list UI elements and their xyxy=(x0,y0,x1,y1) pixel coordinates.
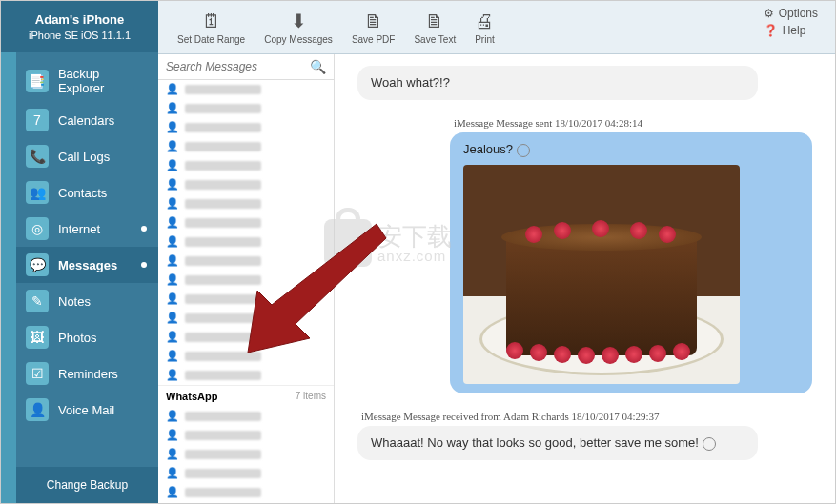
sidebar-item-voice-mail[interactable]: 👤Voice Mail xyxy=(16,392,158,428)
person-icon: 👤 xyxy=(166,140,179,153)
whatsapp-section[interactable]: WhatsApp 7 items xyxy=(158,385,334,407)
nav-icon: ✎ xyxy=(26,290,49,312)
contact-row[interactable]: 👤 xyxy=(158,502,334,503)
calendar-icon: 🗓 xyxy=(202,10,221,32)
set-date-range-button[interactable]: 🗓 Set Date Range xyxy=(168,7,255,49)
person-icon: 👤 xyxy=(166,254,179,268)
contact-row[interactable]: 👤 xyxy=(158,407,334,426)
contact-row[interactable]: 👤 xyxy=(158,156,334,175)
contact-name-redacted xyxy=(185,450,261,459)
contact-row[interactable]: 👤 xyxy=(158,137,334,156)
nav-label: Contacts xyxy=(58,186,107,200)
contact-row[interactable]: 👤 xyxy=(158,483,334,502)
person-icon: 👤 xyxy=(166,216,179,230)
contact-row[interactable]: 👤 xyxy=(158,80,334,99)
contact-list[interactable]: 🔍 👤👤👤👤👤👤👤👤👤👤👤👤👤👤👤👤 WhatsApp 7 items 👤👤👤👤… xyxy=(158,54,335,503)
search-input[interactable] xyxy=(166,60,310,73)
person-icon: 👤 xyxy=(166,273,179,287)
pdf-icon: 🗎 xyxy=(364,10,383,32)
contact-name-redacted xyxy=(185,180,261,190)
person-icon: 👤 xyxy=(166,312,179,325)
nav-icon: 7 xyxy=(26,109,49,131)
nav-icon: 💬 xyxy=(26,253,49,276)
device-header: Adam's iPhone iPhone SE iOS 11.1.1 xyxy=(1,1,158,52)
save-text-button[interactable]: 🗎 Save Text xyxy=(404,7,465,49)
sidebar-item-call-logs[interactable]: 📞Call Logs xyxy=(16,138,158,174)
contact-name-redacted xyxy=(185,237,261,247)
device-model: iPhone SE iOS 11.1.1 xyxy=(9,30,151,41)
change-backup-button[interactable]: Change Backup xyxy=(16,467,158,503)
contact-row[interactable]: 👤 xyxy=(158,194,334,213)
nav-label: Calendars xyxy=(58,113,114,128)
contact-row[interactable]: 👤 xyxy=(158,445,334,464)
message-meta: iMessage Message received from Adam Rich… xyxy=(357,411,758,422)
help-icon: ❓ xyxy=(764,24,778,37)
person-icon: 👤 xyxy=(166,121,179,134)
message-received: iMessage Message received from Adam Rich… xyxy=(357,411,758,460)
message-bubble: Jealous? xyxy=(450,132,812,393)
attachment-image[interactable] xyxy=(463,165,740,384)
sidebar-item-notes[interactable]: ✎Notes xyxy=(16,283,158,319)
nav-icon: 📑 xyxy=(26,70,49,92)
sidebar-item-internet[interactable]: ◎Internet xyxy=(16,211,158,247)
help-button[interactable]: ❓Help xyxy=(764,24,818,37)
search-icon[interactable]: 🔍 xyxy=(310,59,326,74)
contact-name-redacted xyxy=(185,275,261,285)
options-button[interactable]: ⚙Options xyxy=(764,7,818,20)
search-box[interactable]: 🔍 xyxy=(158,54,334,80)
nav-icon: 👥 xyxy=(26,181,49,204)
contact-row[interactable]: 👤 xyxy=(158,175,334,194)
contact-row[interactable]: 👤 xyxy=(158,252,334,271)
sidebar-item-photos[interactable]: 🖼Photos xyxy=(16,319,158,355)
sidebar-item-messages[interactable]: 💬Messages xyxy=(16,247,158,283)
contact-row[interactable]: 👤 xyxy=(158,99,334,118)
person-icon: 👤 xyxy=(166,178,179,192)
person-icon: 👤 xyxy=(166,331,179,344)
message-bubble: Woah what?!? xyxy=(357,66,758,100)
contact-row[interactable]: 👤 xyxy=(158,464,334,483)
contact-name-redacted xyxy=(185,469,261,478)
message-sent: iMessage Message sent 18/10/2017 04:28:1… xyxy=(450,117,812,393)
contact-row[interactable]: 👤 xyxy=(158,366,334,385)
message-meta: iMessage Message sent 18/10/2017 04:28:1… xyxy=(450,117,812,129)
contact-row[interactable]: 👤 xyxy=(158,426,334,445)
person-icon: 👤 xyxy=(166,83,179,96)
sidebar-item-backup-explorer[interactable]: 📑Backup Explorer xyxy=(16,60,158,102)
messages-pane[interactable]: Woah what?!? iMessage Message sent 18/10… xyxy=(335,54,835,503)
person-icon: 👤 xyxy=(166,197,179,211)
device-name: Adam's iPhone xyxy=(9,12,151,27)
emoji-icon xyxy=(517,144,530,157)
save-pdf-button[interactable]: 🗎 Save PDF xyxy=(342,7,405,49)
contact-row[interactable]: 👤 xyxy=(158,328,334,347)
nav-label: Voice Mail xyxy=(58,403,114,417)
sidebar-item-calendars[interactable]: 7Calendars xyxy=(16,102,158,138)
contact-row[interactable]: 👤 xyxy=(158,118,334,137)
print-button[interactable]: 🖨 Print xyxy=(465,7,504,49)
contact-name-redacted xyxy=(185,294,261,304)
indicator-dot xyxy=(141,262,147,268)
contact-name-redacted xyxy=(185,123,261,132)
person-icon: 👤 xyxy=(166,486,179,499)
toolbar: 🗓 Set Date Range ⬇ Copy Messages 🗎 Save … xyxy=(158,1,835,54)
contact-name-redacted xyxy=(185,412,261,421)
contact-name-redacted xyxy=(185,352,261,361)
sidebar-item-contacts[interactable]: 👥Contacts xyxy=(16,174,158,211)
contact-name-redacted xyxy=(185,256,261,266)
copy-messages-button[interactable]: ⬇ Copy Messages xyxy=(255,6,342,49)
nav-icon: 📞 xyxy=(26,145,49,168)
contact-row[interactable]: 👤 xyxy=(158,232,334,252)
nav-label: Photos xyxy=(58,331,96,345)
contact-name-redacted xyxy=(185,104,261,113)
contact-name-redacted xyxy=(185,431,261,440)
contact-row[interactable]: 👤 xyxy=(158,290,334,309)
contact-row[interactable]: 👤 xyxy=(158,271,334,290)
contact-name-redacted xyxy=(185,313,261,323)
download-icon: ⬇ xyxy=(291,10,307,32)
person-icon: 👤 xyxy=(166,448,179,461)
nav-label: Messages xyxy=(58,258,117,272)
contact-row[interactable]: 👤 xyxy=(158,347,334,366)
sidebar-item-reminders[interactable]: ☑Reminders xyxy=(16,355,158,392)
contact-row[interactable]: 👤 xyxy=(158,309,334,328)
contact-name-redacted xyxy=(185,161,261,171)
contact-row[interactable]: 👤 xyxy=(158,213,334,232)
